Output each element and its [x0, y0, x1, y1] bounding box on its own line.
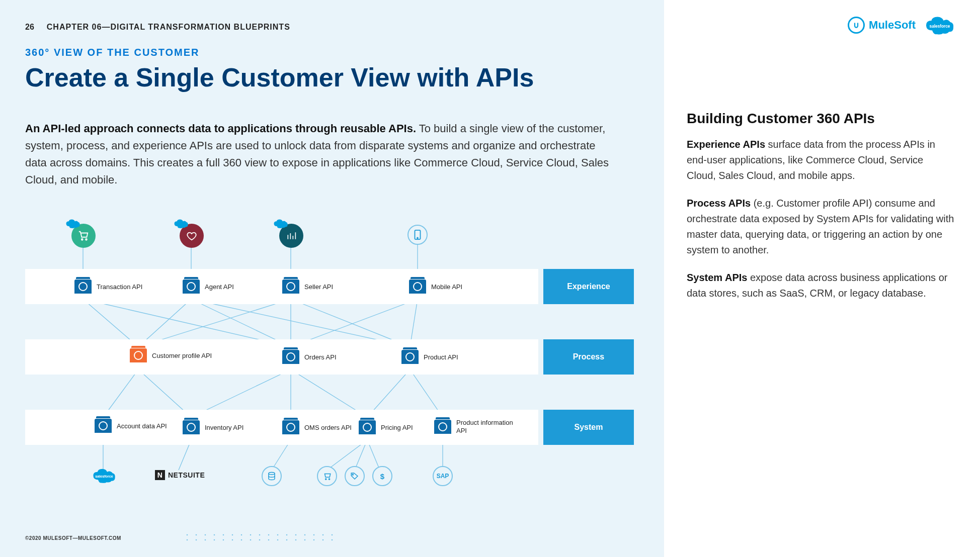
api-icon [282, 420, 299, 434]
right-panel: MuleSoft salesforce Building Customer 36… [664, 0, 980, 557]
api-icon [359, 420, 376, 434]
svg-point-33 [269, 473, 275, 475]
system-apis-paragraph: System APIs expose data across business … [687, 270, 955, 301]
experience-apis-paragraph: Experience APIs surface data from the pr… [687, 137, 955, 183]
service-cloud-icon [180, 224, 204, 248]
svg-point-36 [352, 474, 353, 475]
api-icon [282, 350, 299, 364]
api-label: Transaction API [97, 283, 142, 291]
svg-point-34 [325, 479, 326, 480]
api-icon [282, 280, 299, 294]
seller-api-node: Seller API [282, 280, 333, 294]
api-label: Seller API [304, 283, 333, 291]
api-icon [183, 420, 200, 434]
svg-point-28 [81, 239, 83, 240]
process-layer-bg [25, 339, 538, 375]
api-label: Agent API [205, 283, 234, 291]
eyebrow: 360° VIEW OF THE CUSTOMER [25, 47, 639, 58]
page-title: Create a Single Customer View with APIs [25, 62, 639, 92]
inventory-api-node: Inventory API [183, 420, 243, 434]
pricing-api-node: Pricing API [359, 420, 413, 434]
dollar-system-icon: $ [372, 466, 392, 486]
system-apis-bold: System APIs [687, 272, 747, 283]
sap-system-icon: SAP [433, 466, 453, 486]
tag-system-icon [345, 466, 365, 486]
mobile-icon [407, 225, 428, 245]
page-number: 26 [25, 23, 34, 32]
salesforce-logo: salesforce [925, 15, 955, 35]
system-layer-label: System [543, 410, 634, 445]
process-apis-bold: Process APIs [687, 198, 751, 209]
left-panel: 26 CHAPTER 06—DIGITAL TRANSFORMATION BLU… [0, 0, 664, 557]
customer-profile-api-node: Customer profile API [130, 348, 212, 362]
mulesoft-logo: MuleSoft [848, 17, 916, 34]
api-icon [409, 280, 426, 294]
api-icon [183, 280, 200, 294]
api-label: OMS orders API [304, 424, 352, 432]
database-system-icon [262, 466, 282, 486]
api-label: Orders API [304, 353, 337, 361]
svg-rect-38 [186, 534, 337, 544]
oms-orders-api-node: OMS orders API [282, 420, 352, 434]
svg-point-31 [417, 238, 418, 239]
api-label: Customer profile API [152, 352, 212, 360]
api-label: Inventory API [205, 424, 243, 432]
api-label: Account data API [117, 422, 167, 430]
api-label: Product API [424, 353, 458, 361]
api-icon [95, 419, 112, 433]
api-label: Mobile API [431, 283, 462, 291]
mobile-api-node: Mobile API [409, 280, 462, 294]
experience-layer-label: Experience [543, 269, 634, 304]
api-icon [401, 350, 419, 364]
header: 26 CHAPTER 06—DIGITAL TRANSFORMATION BLU… [25, 23, 639, 32]
decorative-dots [186, 534, 337, 544]
sales-cloud-icon [279, 224, 303, 248]
experience-apis-bold: Experience APIs [687, 139, 765, 150]
orders-api-node: Orders API [282, 350, 337, 364]
footer-copyright: ©2020 MULESOFT—MULESOFT.COM [25, 535, 121, 541]
sidebar-heading: Building Customer 360 APIs [687, 111, 955, 127]
intro-bold: An API-led approach connects data to app… [25, 122, 416, 135]
agent-api-node: Agent API [183, 280, 234, 294]
svg-point-35 [329, 479, 330, 480]
svg-point-29 [86, 239, 87, 240]
account-data-api-node: Account data API [95, 419, 167, 433]
api-label: Product information API [456, 419, 517, 434]
process-apis-paragraph: Process APIs (e.g. Customer profile API)… [687, 196, 955, 258]
netsuite-logo-icon: N [155, 470, 165, 480]
netsuite-system-icon: N NETSUITE [155, 470, 205, 480]
process-layer-label: Process [543, 339, 634, 375]
transaction-api-node: Transaction API [74, 280, 142, 294]
mulesoft-logo-text: MuleSoft [869, 19, 916, 32]
product-api-node: Product API [401, 350, 458, 364]
chapter-label: CHAPTER 06—DIGITAL TRANSFORMATION BLUEPR… [47, 23, 290, 32]
mulesoft-logo-icon [848, 17, 865, 34]
api-icon [130, 348, 147, 362]
intro-paragraph: An API-led approach connects data to app… [25, 120, 619, 189]
cart-system-icon [317, 466, 337, 486]
product-info-api-node: Product information API [434, 419, 517, 434]
api-label: Pricing API [381, 424, 413, 432]
salesforce-system-icon: salesforce [92, 468, 116, 484]
svg-text:salesforce: salesforce [95, 474, 113, 479]
logo-row: MuleSoft salesforce [687, 15, 955, 35]
svg-text:salesforce: salesforce [930, 24, 950, 29]
api-icon [434, 420, 451, 434]
netsuite-label: NETSUITE [168, 471, 205, 479]
api-icon [74, 280, 92, 294]
commerce-cloud-icon [71, 224, 96, 248]
api-diagram: Experience Transaction API Agent API Sel… [25, 219, 639, 500]
